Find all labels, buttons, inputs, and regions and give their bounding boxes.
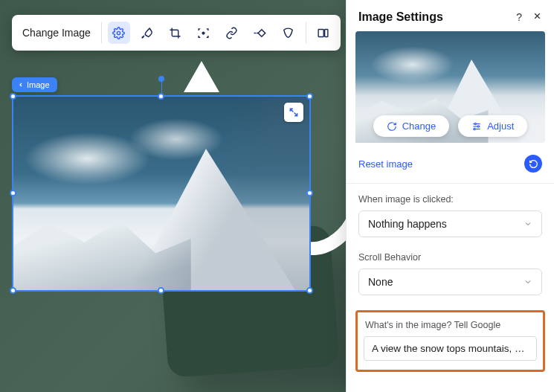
reset-image-link[interactable]: Reset image [358, 158, 413, 170]
rotate-handle[interactable] [158, 76, 164, 82]
sliders-icon [471, 121, 482, 132]
undo-icon [529, 159, 538, 169]
chevron-down-icon [524, 277, 532, 286]
change-button[interactable]: Change [373, 115, 450, 137]
animation-icon [253, 27, 267, 39]
resize-handle-top[interactable] [158, 93, 164, 100]
resize-handle-bottom-left[interactable] [10, 287, 16, 294]
svg-point-0 [117, 31, 120, 34]
close-icon [532, 11, 542, 21]
scroll-behavior-select[interactable]: None [358, 269, 542, 295]
resize-handle-left[interactable] [10, 190, 16, 196]
adjust-button[interactable]: Adjust [458, 115, 527, 137]
svg-point-9 [474, 128, 475, 129]
crop-icon [169, 27, 181, 39]
stretch-icon [317, 27, 329, 39]
chevron-down-icon [524, 219, 532, 228]
scroll-behavior-value: None [368, 276, 393, 288]
mask-icon [282, 27, 294, 39]
click-action-select[interactable]: Nothing happens [358, 211, 542, 237]
animation-button[interactable] [249, 22, 271, 44]
panel-header: Image Settings ? [347, 0, 554, 31]
click-action-label: When image is clicked: [358, 194, 542, 205]
chevron-left-icon [18, 82, 24, 88]
selected-image[interactable] [12, 95, 311, 292]
scroll-behavior-label: Scroll Behavior [358, 252, 542, 263]
settings-button[interactable] [108, 22, 130, 44]
mask-button[interactable] [277, 22, 300, 44]
click-action-section: When image is clicked: Nothing happens [347, 184, 554, 242]
rotate-stem [161, 80, 162, 94]
selection-breadcrumb[interactable]: Image [12, 77, 57, 92]
resize-handle-right[interactable] [306, 190, 313, 196]
svg-rect-3 [325, 29, 328, 36]
close-button[interactable] [532, 11, 542, 23]
image-content-shade [13, 97, 309, 290]
breadcrumb-label: Image [27, 80, 50, 89]
focal-point-button[interactable] [193, 22, 215, 44]
link-icon [225, 27, 238, 39]
panel-title: Image Settings [358, 10, 443, 24]
scroll-behavior-section: Scroll Behavior None [347, 242, 554, 300]
change-button-label: Change [402, 121, 437, 132]
reset-image-icon-button[interactable] [524, 155, 542, 173]
image-settings-panel: Image Settings ? Change [346, 0, 554, 392]
gear-icon [112, 27, 125, 39]
svg-point-7 [474, 123, 476, 124]
toolbar-divider [306, 22, 306, 43]
resize-handle-bottom-right[interactable] [306, 287, 313, 294]
image-toolbar: Change Image [12, 15, 341, 51]
expand-image-button[interactable] [284, 103, 303, 122]
resize-handle-top-right[interactable] [306, 93, 313, 100]
stretch-button[interactable] [312, 22, 335, 44]
link-button[interactable] [221, 22, 243, 44]
alt-text-input[interactable]: A view the snow tops mountais, ever… [364, 336, 537, 361]
alt-text-label: What's in the image? Tell Google [365, 320, 535, 330]
svg-point-8 [477, 125, 479, 126]
change-image-button[interactable]: Change Image [21, 22, 95, 43]
refresh-icon [387, 121, 397, 132]
alt-text-section-highlighted: What's in the image? Tell Google A view … [355, 310, 545, 372]
resize-handle-top-left[interactable] [10, 93, 16, 100]
filters-button[interactable] [136, 22, 158, 44]
crop-button[interactable] [164, 22, 187, 44]
background-triangle-decor [184, 61, 219, 92]
focal-point-icon [197, 27, 210, 39]
svg-rect-2 [318, 29, 323, 36]
toolbar-divider [101, 22, 102, 43]
help-button[interactable]: ? [516, 11, 522, 23]
expand-icon [289, 107, 299, 118]
resize-handle-bottom[interactable] [158, 287, 164, 294]
click-action-value: Nothing happens [368, 218, 447, 230]
image-preview: Change Adjust [355, 31, 545, 143]
reset-row: Reset image [347, 146, 554, 184]
svg-point-1 [202, 32, 204, 34]
adjust-button-label: Adjust [487, 121, 514, 132]
brush-icon [141, 27, 153, 39]
